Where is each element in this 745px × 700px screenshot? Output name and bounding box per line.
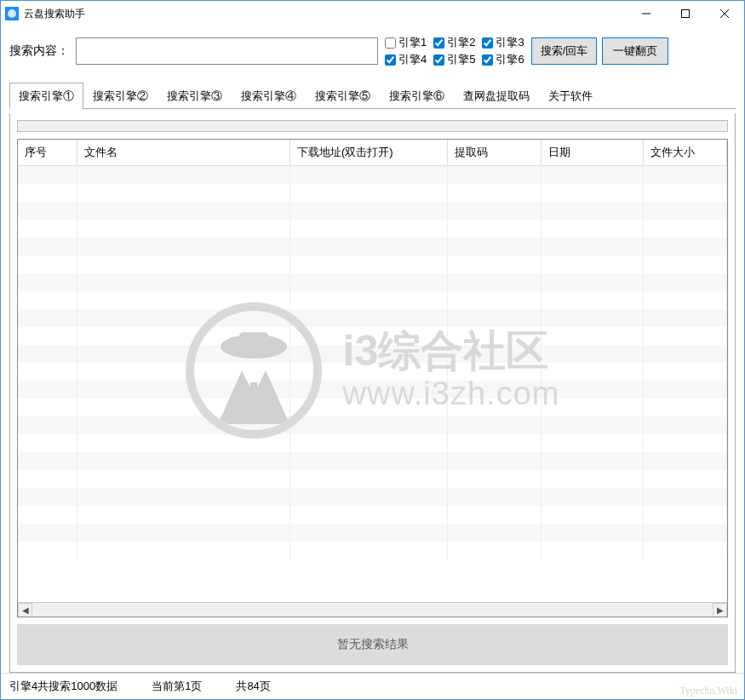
engine-check-2[interactable]: 引擎2 [433,35,475,50]
tab-engine-3[interactable]: 搜索引擎③ [158,83,232,109]
progress-bar [17,120,728,132]
titlebar: 云盘搜索助手 [1,1,744,26]
chevron-left-icon: ◀ [22,605,29,615]
table-row[interactable] [18,506,727,524]
tab-engine-1[interactable]: 搜索引擎① [9,83,83,109]
table-row[interactable] [18,434,727,452]
search-input[interactable] [76,37,378,65]
table-row[interactable] [18,488,727,506]
svg-point-0 [8,9,16,18]
table-row[interactable] [18,363,727,381]
svg-rect-2 [682,10,690,18]
footer-watermark: Typecho.Wiki [679,685,737,697]
statusbar: 引擎4共搜索1000数据 当前第1页 共84页 [1,673,744,699]
table-row[interactable] [18,166,727,184]
engine-checkbox-4[interactable] [385,55,396,66]
tab-engine-4[interactable]: 搜索引擎④ [232,83,306,109]
close-button[interactable] [705,1,744,26]
status-total-pages: 共84页 [236,679,270,694]
table-row[interactable] [18,202,727,220]
table-row[interactable] [18,255,727,273]
table-body: i3综合社区 www.i3zh.com [18,166,727,602]
app-icon [5,7,19,20]
table-row[interactable] [18,309,727,327]
window-title: 云盘搜索助手 [24,7,627,21]
search-row: 搜索内容： 引擎1 引擎2 引擎3 引擎4 引擎5 引擎6 搜索/回车 一键翻页 [1,26,744,74]
engine-check-4[interactable]: 引擎4 [385,52,427,67]
table-header: 序号 文件名 下载地址(双击打开) 提取码 日期 文件大小 [18,140,727,166]
engine-check-5[interactable]: 引擎5 [433,52,475,67]
table-row[interactable] [18,273,727,291]
scroll-right-button[interactable]: ▶ [713,603,727,617]
scroll-left-button[interactable]: ◀ [18,603,32,617]
tab-content: 序号 文件名 下载地址(双击打开) 提取码 日期 文件大小 [9,113,736,673]
engine-check-6[interactable]: 引擎6 [482,52,524,67]
engine-checkbox-6[interactable] [482,55,493,66]
tab-extract-code[interactable]: 查网盘提取码 [454,83,539,109]
engine-checkbox-5[interactable] [433,55,444,66]
search-label: 搜索内容： [9,43,69,59]
horizontal-scrollbar[interactable]: ◀ ▶ [18,602,727,617]
engine-checkbox-3[interactable] [482,37,493,49]
maximize-button[interactable] [666,1,705,26]
engine-checkbox-1[interactable] [385,37,396,49]
tab-about[interactable]: 关于软件 [539,83,602,109]
search-button[interactable]: 搜索/回车 [531,37,598,65]
table-row[interactable] [18,291,727,309]
table-row[interactable] [18,452,727,470]
engine-checkbox-2[interactable] [433,37,444,49]
col-download[interactable]: 下载地址(双击打开) [290,140,448,166]
status-data-count: 引擎4共搜索1000数据 [9,679,117,694]
status-current-page: 当前第1页 [152,679,202,694]
tab-engine-2[interactable]: 搜索引擎② [83,83,158,109]
col-filename[interactable]: 文件名 [77,140,290,166]
table-row[interactable] [18,184,727,202]
table-row[interactable] [18,399,727,416]
engine-check-1[interactable]: 引擎1 [385,35,427,50]
tab-engine-5[interactable]: 搜索引擎⑤ [306,83,380,109]
engine-checkboxes: 引擎1 引擎2 引擎3 引擎4 引擎5 引擎6 [385,35,524,67]
col-size[interactable]: 文件大小 [644,140,727,166]
scroll-track[interactable] [32,603,713,617]
chevron-right-icon: ▶ [717,605,724,615]
minimize-button[interactable] [627,1,666,26]
table-row[interactable] [18,345,727,363]
table-row[interactable] [18,238,727,255]
table-row[interactable] [18,381,727,399]
col-code[interactable]: 提取码 [448,140,542,166]
col-index[interactable]: 序号 [18,140,77,166]
page-button[interactable]: 一键翻页 [602,37,668,65]
tabs: 搜索引擎① 搜索引擎② 搜索引擎③ 搜索引擎④ 搜索引擎⑤ 搜索引擎⑥ 查网盘提… [1,74,744,109]
col-date[interactable]: 日期 [542,140,644,166]
tab-engine-6[interactable]: 搜索引擎⑥ [380,83,454,109]
no-result-message: 暂无搜索结果 [17,624,728,665]
table-row[interactable] [18,327,727,345]
table-row[interactable] [18,470,727,488]
table-row[interactable] [18,542,727,559]
table-row[interactable] [18,416,727,434]
engine-check-3[interactable]: 引擎3 [482,35,524,50]
results-table: 序号 文件名 下载地址(双击打开) 提取码 日期 文件大小 [17,139,728,617]
table-row[interactable] [18,524,727,542]
table-row[interactable] [18,220,727,238]
